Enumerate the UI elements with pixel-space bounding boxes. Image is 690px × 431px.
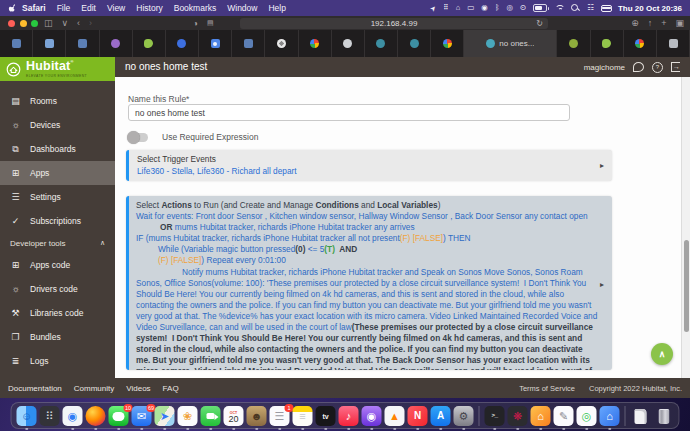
tab[interactable] bbox=[33, 30, 66, 57]
menu-item-edit[interactable]: Edit bbox=[81, 3, 96, 13]
dock-apple-tv-icon[interactable]: tv bbox=[316, 406, 336, 427]
user-name[interactable]: magichome bbox=[584, 63, 625, 72]
dock-app-store-icon[interactable]: A bbox=[431, 406, 451, 427]
tab[interactable] bbox=[166, 30, 199, 57]
tab[interactable] bbox=[332, 30, 365, 57]
sidebar-item-subscriptions[interactable]: ✓Subscriptions bbox=[0, 209, 115, 233]
sidebar-item-rooms[interactable]: ▤Rooms bbox=[0, 89, 115, 113]
menu-item-file[interactable]: File bbox=[57, 3, 71, 13]
tab[interactable] bbox=[624, 30, 657, 57]
tab[interactable] bbox=[199, 30, 232, 57]
tab[interactable] bbox=[365, 30, 398, 57]
tab[interactable] bbox=[232, 30, 265, 57]
sidebar-item-devices[interactable]: ☼Devices bbox=[0, 113, 115, 137]
tab-overview-icon[interactable]: ▣ bbox=[675, 19, 684, 28]
menu-item-help[interactable]: Help bbox=[268, 3, 285, 13]
battery-icon[interactable] bbox=[533, 4, 547, 12]
control-center-icon[interactable] bbox=[601, 5, 611, 12]
dock-firefox-icon[interactable] bbox=[86, 406, 106, 427]
sidebar-item-dashboards[interactable]: ⧉Dashboards bbox=[0, 137, 115, 161]
sidebar-item-apps-code[interactable]: ⊞Apps code bbox=[0, 253, 115, 277]
hubitat-logo[interactable]: Hubitat® ELEVATE YOUR ENVIRONMENT bbox=[0, 57, 115, 81]
dock-find-my-icon[interactable]: ◎ bbox=[577, 406, 597, 427]
sidebar-item-bundles[interactable]: ❐Bundles bbox=[0, 325, 115, 349]
bluetooth-icon[interactable]: ᛒ bbox=[495, 4, 500, 12]
address-bar[interactable]: 192.168.4.99 ↻ bbox=[240, 18, 548, 29]
tab[interactable] bbox=[133, 30, 166, 57]
eye-icon[interactable]: ◎ bbox=[506, 4, 513, 12]
home-icon[interactable]: ⌂ bbox=[456, 4, 461, 12]
tab[interactable] bbox=[557, 30, 590, 57]
record-icon[interactable]: ⊙ bbox=[520, 4, 526, 12]
keyboard-input-icon[interactable]: ☷ bbox=[587, 4, 594, 12]
location-icon[interactable]: ➤ bbox=[429, 3, 438, 12]
dock-photos-icon[interactable]: ❀ bbox=[178, 406, 198, 427]
dock-facetime-icon[interactable] bbox=[201, 406, 221, 427]
dock-documents-icon[interactable] bbox=[631, 406, 651, 427]
chat-icon[interactable] bbox=[633, 62, 644, 72]
dock-trash-icon[interactable] bbox=[654, 406, 674, 427]
dock-system-settings-icon[interactable]: ⚙ bbox=[454, 406, 474, 427]
lock-icon[interactable]: ◉ bbox=[481, 4, 488, 12]
page-scrollbar[interactable] bbox=[681, 77, 690, 378]
developer-tools-header[interactable]: Developer tools ∧ bbox=[0, 233, 115, 253]
dock-finder-icon[interactable]: ☺ bbox=[17, 406, 37, 427]
menu-clock[interactable]: Thu 20 Oct 20:36 bbox=[618, 4, 682, 13]
menu-item-bookmarks[interactable]: Bookmarks bbox=[174, 3, 217, 13]
display-icon[interactable]: ▭ bbox=[467, 4, 474, 12]
tab[interactable] bbox=[100, 30, 133, 57]
menu-item-history[interactable]: History bbox=[136, 3, 162, 13]
dock-vlc-icon[interactable]: ▲ bbox=[385, 406, 405, 427]
logout-icon[interactable]: → bbox=[671, 62, 680, 72]
spotlight-icon[interactable] bbox=[571, 4, 580, 13]
dock-textedit-icon[interactable]: ✎ bbox=[554, 406, 574, 427]
sidebar-item-libraries-code[interactable]: ⚒Libraries code bbox=[0, 301, 115, 325]
dock-news-icon[interactable]: N bbox=[408, 406, 428, 427]
sidebar-item-logs[interactable]: ≣Logs bbox=[0, 349, 115, 373]
tab[interactable] bbox=[265, 30, 298, 57]
dock-contacts-icon[interactable]: ☻ bbox=[247, 406, 267, 427]
tab[interactable] bbox=[66, 30, 99, 57]
tab[interactable] bbox=[299, 30, 332, 57]
tab-active[interactable]: no ones... bbox=[464, 30, 557, 57]
dock-home-icon[interactable]: ⌂ bbox=[531, 406, 551, 427]
footer-text[interactable]: Terms of Service bbox=[519, 384, 575, 393]
dock-raspberry-pi-icon[interactable]: ❋ bbox=[508, 406, 528, 427]
tab[interactable] bbox=[431, 30, 464, 57]
dock-music-icon[interactable]: ♪ bbox=[339, 406, 359, 427]
sidebar-item-settings[interactable]: ☰Settings bbox=[0, 185, 115, 209]
dock-messages-icon[interactable]: 10 bbox=[109, 406, 129, 427]
tab[interactable] bbox=[398, 30, 431, 57]
tab[interactable] bbox=[0, 30, 33, 57]
dock-safari-icon[interactable]: ◉ bbox=[63, 406, 83, 427]
privacy-shield-icon[interactable]: ◑ bbox=[193, 19, 198, 28]
menu-item-safari[interactable]: Safari bbox=[22, 3, 46, 13]
scrollbar-thumb[interactable] bbox=[684, 240, 689, 332]
dock-calendar-icon[interactable]: OCT20 bbox=[224, 406, 244, 427]
back-icon[interactable]: ‹ bbox=[77, 19, 80, 28]
actions-section[interactable]: Select Actions to Run (and Create and Ma… bbox=[126, 196, 612, 370]
dock-terminal-icon[interactable]: >_ bbox=[485, 406, 505, 427]
dock-home-alt-icon[interactable]: ⌂ bbox=[600, 406, 620, 427]
footer-link-community[interactable]: Community bbox=[74, 384, 114, 393]
scroll-to-top-button[interactable]: ∧ bbox=[651, 343, 673, 365]
wifi-icon[interactable] bbox=[554, 4, 564, 12]
dock-podcasts-icon[interactable]: ◉ bbox=[362, 406, 382, 427]
dock-reminders-icon[interactable]: ☰1 bbox=[270, 406, 290, 427]
chevron-down-icon[interactable]: ∨ bbox=[62, 19, 69, 28]
zoom-window-button[interactable] bbox=[31, 20, 38, 27]
required-expression-toggle[interactable] bbox=[128, 133, 148, 142]
dock-maps-icon[interactable]: ➤ bbox=[155, 406, 175, 427]
share-icon[interactable]: ↑ bbox=[648, 19, 653, 28]
footer-link-videos[interactable]: Videos bbox=[126, 384, 150, 393]
reload-icon[interactable]: ↻ bbox=[536, 19, 543, 28]
tab[interactable] bbox=[657, 30, 690, 57]
dock-mail-icon[interactable]: ✉69 bbox=[132, 406, 152, 427]
page-icon[interactable]: ▤ bbox=[207, 19, 214, 27]
menu-item-view[interactable]: View bbox=[107, 3, 125, 13]
help-icon[interactable]: ? bbox=[652, 62, 663, 73]
tab[interactable] bbox=[591, 30, 624, 57]
dock-launchpad-icon[interactable]: ⠿ bbox=[40, 406, 60, 427]
keyboard-brightness-icon[interactable]: ⠿ bbox=[443, 4, 449, 12]
footer-link-documentation[interactable]: Documentation bbox=[8, 384, 62, 393]
